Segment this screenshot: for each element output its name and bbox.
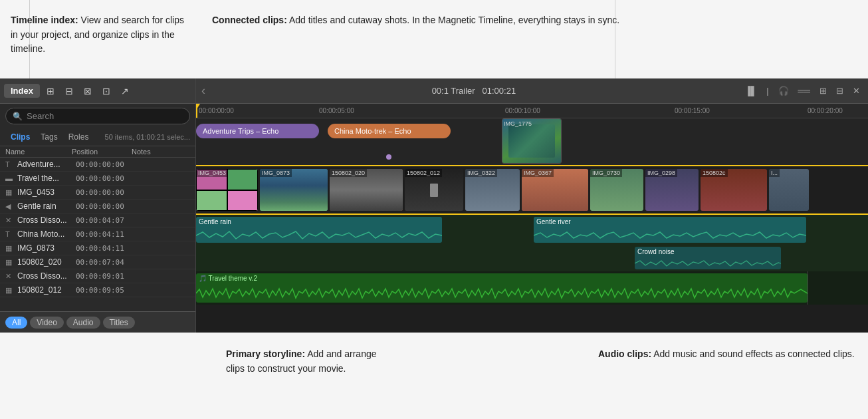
primary-clip-img0730[interactable]: IMG_0730 bbox=[590, 169, 643, 211]
connected-clip-label: China Moto-trek – Echo bbox=[334, 127, 411, 135]
item-count: 50 items, 01:00:21 selec... bbox=[105, 133, 190, 141]
col-header-notes: Notes bbox=[132, 148, 190, 156]
arrow-tool-icon[interactable]: ↗ bbox=[117, 83, 133, 99]
primary-clip-150802012[interactable]: 150802_012 bbox=[405, 169, 463, 211]
clip-position: 00:00:04:07 bbox=[76, 216, 136, 225]
audio-clip-crowd-noise[interactable]: Crowd noise bbox=[635, 247, 781, 269]
clip-type-icon: ✕ bbox=[5, 272, 17, 281]
ruler-mark-5: 00:00:05:00 bbox=[319, 107, 354, 114]
sidebar-footer: All Video Audio Titles bbox=[0, 311, 195, 333]
filter-titles-button[interactable]: Titles bbox=[103, 317, 135, 329]
tab-tags[interactable]: Tags bbox=[35, 131, 62, 143]
primary-clip-img0322[interactable]: IMG_0322 bbox=[465, 169, 520, 211]
filter-all-button[interactable]: All bbox=[5, 317, 27, 329]
primary-clip-img0298[interactable]: IMG_0298 bbox=[645, 169, 699, 211]
primary-clip-150802020[interactable]: 150802_020 bbox=[330, 169, 403, 211]
zoom-out-icon[interactable]: | bbox=[764, 84, 771, 97]
ruler-mark-0: 00:00:00:00 bbox=[199, 107, 234, 114]
search-bar[interactable]: 🔍 bbox=[5, 108, 190, 124]
clip-label: IMG_0298 bbox=[645, 169, 677, 177]
list-item[interactable]: T Adventure... 00:00:00:00 bbox=[0, 158, 195, 172]
primary-clip-img0873[interactable]: IMG_0873 bbox=[260, 169, 328, 211]
ruler-mark-15: 00:00:15:00 bbox=[675, 107, 710, 114]
music-clip-travel-theme[interactable]: 🎵 Travel theme v.2 bbox=[196, 273, 808, 303]
list-item[interactable]: ▬ Travel the... 00:00:00:00 bbox=[0, 172, 195, 186]
list-item[interactable]: ✕ Cross Disso... 00:00:04:07 bbox=[0, 213, 195, 227]
zoom-in-icon[interactable]: ▐▌ bbox=[742, 84, 760, 97]
audio-clip-label: Gentle river bbox=[536, 218, 571, 225]
audio-clip-gentle-river[interactable]: Gentle river bbox=[534, 217, 806, 243]
clip-name: 150802_020 bbox=[17, 257, 76, 267]
clip-type-icon: T bbox=[5, 230, 17, 238]
clip-appearance-icon[interactable]: ⊞ bbox=[817, 84, 829, 97]
clip-position: 00:00:04:11 bbox=[76, 230, 136, 239]
timeline-tracks[interactable]: IMG_1775 Adventure Trips – Echo China Mo… bbox=[196, 118, 868, 333]
clip-view-icon[interactable]: ⊟ bbox=[61, 83, 77, 99]
timeline-area: ‹ 00:1 Trailer 01:00:21 ▐▌ | 🎧 ══ ⊞ ⊟ ✕ bbox=[196, 78, 868, 333]
track-end-line bbox=[808, 271, 808, 305]
clip-label: I... bbox=[769, 169, 780, 177]
audio-clip-label: Gentle rain bbox=[199, 218, 231, 225]
clip-name: IMG_0873 bbox=[17, 243, 76, 253]
clip-label: IMG_0322 bbox=[465, 169, 497, 177]
zoom-icon[interactable]: ⊟ bbox=[833, 84, 846, 97]
clip-name: China Moto... bbox=[17, 229, 76, 239]
connected-thumbnail: IMG_1775 bbox=[502, 118, 562, 164]
tab-clips[interactable]: Clips bbox=[5, 131, 35, 143]
ruler-mark-10: 00:00:10:00 bbox=[505, 107, 540, 114]
list-item[interactable]: ✕ Cross Disso... 00:00:09:01 bbox=[0, 269, 195, 283]
clip-name: Adventure... bbox=[17, 160, 76, 169]
connected-clip-china[interactable]: China Moto-trek – Echo bbox=[328, 124, 451, 138]
clip-label: IMG_0873 bbox=[260, 169, 292, 177]
audio-clip-gentle-rain[interactable]: Gentle rain bbox=[196, 217, 442, 243]
primary-clip-150802c[interactable]: 150802c bbox=[701, 169, 767, 211]
clip-options-icon[interactable]: ⊠ bbox=[80, 83, 96, 99]
waveform-icon[interactable]: ══ bbox=[796, 84, 813, 97]
clip-name: Cross Disso... bbox=[17, 215, 76, 225]
top-right-body: Add titles and cutaway shots. In the Mag… bbox=[289, 15, 619, 25]
timeline-title: 00:1 Trailer 01:00:21 bbox=[432, 86, 516, 96]
search-input[interactable] bbox=[27, 111, 183, 121]
clip-type-icon: ◀ bbox=[5, 202, 17, 211]
tab-roles[interactable]: Roles bbox=[63, 131, 94, 143]
primary-clip-img0367[interactable]: IMG_0367 bbox=[522, 169, 588, 211]
timeline-timecode: 01:00:21 bbox=[483, 86, 516, 96]
primary-storyline-row: IMG_0453 IMG_0873 150802_020 bbox=[196, 165, 868, 215]
clip-name: Travel the... bbox=[17, 174, 76, 183]
clip-appearance-icon[interactable]: ⊞ bbox=[43, 83, 58, 99]
timeline-ruler: 00:00:00:00 00:00:05:00 00:00:10:00 00:0… bbox=[196, 104, 868, 118]
clip-position: 00:00:07:04 bbox=[76, 258, 136, 267]
connected-clip-adventure[interactable]: Adventure Trips – Echo bbox=[196, 124, 319, 138]
index-tab[interactable]: Index bbox=[4, 84, 40, 98]
list-item[interactable]: T China Moto... 00:00:04:11 bbox=[0, 227, 195, 241]
top-right-annotation: Connected clips: Add titles and cutaway … bbox=[196, 8, 868, 33]
clip-position: 00:00:09:01 bbox=[76, 272, 136, 281]
annotation-connector-left bbox=[29, 0, 30, 78]
col-header-name: Name bbox=[5, 148, 72, 156]
audio-row-2: Crowd noise bbox=[196, 245, 868, 271]
connection-marker bbox=[386, 154, 391, 160]
app-area: Index ⊞ ⊟ ⊠ ⊡ ↗ 🔍 Clips Tags Roles 50 it… bbox=[0, 78, 868, 333]
audio-icon[interactable]: 🎧 bbox=[776, 84, 792, 97]
clip-type-icon: ▬ bbox=[5, 174, 17, 182]
list-item[interactable]: ▦ IMG_0453 00:00:00:00 bbox=[0, 186, 195, 200]
list-item[interactable]: ▦ 150802_012 00:00:09:05 bbox=[0, 283, 195, 297]
filter-video-button[interactable]: Video bbox=[30, 317, 63, 329]
timeline-back-icon[interactable]: ‹ bbox=[201, 84, 205, 98]
list-item[interactable]: ▦ 150802_020 00:00:07:04 bbox=[0, 255, 195, 269]
close-icon[interactable]: ✕ bbox=[850, 84, 863, 97]
clip-position: 00:00:00:00 bbox=[76, 174, 136, 183]
primary-clip-i[interactable]: I... bbox=[769, 169, 809, 211]
top-left-title: Timeline index: bbox=[11, 15, 78, 25]
annotation-connector-right bbox=[615, 0, 615, 78]
timeline-project-name: 00:1 Trailer bbox=[432, 86, 475, 96]
primary-clip-img0453[interactable]: IMG_0453 bbox=[196, 169, 258, 211]
sidebar-tabs: Clips Tags Roles 50 items, 01:00:21 sele… bbox=[0, 128, 195, 146]
clip-sort-icon[interactable]: ⊡ bbox=[98, 83, 114, 99]
filter-audio-button[interactable]: Audio bbox=[66, 317, 100, 329]
list-item[interactable]: ▦ IMG_0873 00:00:04:11 bbox=[0, 241, 195, 255]
list-item[interactable]: ◀ Gentle rain 00:00:00:00 bbox=[0, 200, 195, 213]
top-annotation-area: Timeline index: View and search for clip… bbox=[0, 0, 868, 78]
connected-clip-label: Adventure Trips – Echo bbox=[203, 127, 278, 135]
clip-name: 150802_012 bbox=[17, 285, 76, 295]
